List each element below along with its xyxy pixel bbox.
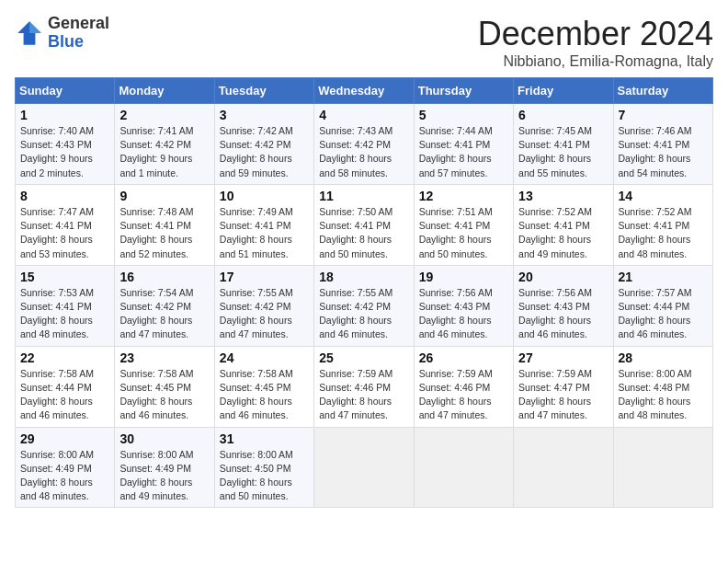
calendar-cell: 14Sunrise: 7:52 AM Sunset: 4:41 PM Dayli… <box>613 184 712 265</box>
calendar-cell: 9Sunrise: 7:48 AM Sunset: 4:41 PM Daylig… <box>115 184 214 265</box>
day-number: 29 <box>20 431 109 446</box>
calendar-cell: 10Sunrise: 7:49 AM Sunset: 4:41 PM Dayli… <box>214 184 313 265</box>
day-detail: Sunrise: 7:47 AM Sunset: 4:41 PM Dayligh… <box>20 205 109 261</box>
day-header-sunday: Sunday <box>16 78 115 104</box>
calendar-cell: 26Sunrise: 7:59 AM Sunset: 4:46 PM Dayli… <box>414 346 513 427</box>
calendar-cell: 19Sunrise: 7:56 AM Sunset: 4:43 PM Dayli… <box>414 265 513 346</box>
day-detail: Sunrise: 7:45 AM Sunset: 4:41 PM Dayligh… <box>518 124 608 180</box>
calendar-cell: 2Sunrise: 7:41 AM Sunset: 4:42 PM Daylig… <box>115 104 214 185</box>
calendar-header-row: SundayMondayTuesdayWednesdayThursdayFrid… <box>16 78 713 104</box>
title-block: December 2024 Nibbiano, Emilia-Romagna, … <box>478 15 713 70</box>
calendar-cell: 5Sunrise: 7:44 AM Sunset: 4:41 PM Daylig… <box>414 104 513 185</box>
calendar-week-row: 8Sunrise: 7:47 AM Sunset: 4:41 PM Daylig… <box>16 184 713 265</box>
svg-marker-1 <box>29 21 41 33</box>
calendar-cell: 20Sunrise: 7:56 AM Sunset: 4:43 PM Dayli… <box>514 265 613 346</box>
calendar-cell <box>314 427 414 508</box>
day-number: 24 <box>220 350 309 365</box>
day-number: 26 <box>419 350 508 365</box>
day-detail: Sunrise: 7:59 AM Sunset: 4:46 PM Dayligh… <box>419 367 508 423</box>
day-detail: Sunrise: 7:59 AM Sunset: 4:46 PM Dayligh… <box>319 367 408 423</box>
day-number: 27 <box>518 350 608 365</box>
day-detail: Sunrise: 7:41 AM Sunset: 4:42 PM Dayligh… <box>119 124 209 180</box>
day-detail: Sunrise: 8:00 AM Sunset: 4:50 PM Dayligh… <box>220 448 309 504</box>
day-detail: Sunrise: 7:58 AM Sunset: 4:45 PM Dayligh… <box>119 367 209 423</box>
day-detail: Sunrise: 7:53 AM Sunset: 4:41 PM Dayligh… <box>20 286 109 342</box>
day-number: 9 <box>119 189 209 203</box>
day-number: 4 <box>319 108 408 122</box>
page-header: General Blue December 2024 Nibbiano, Emi… <box>15 15 713 70</box>
day-detail: Sunrise: 7:52 AM Sunset: 4:41 PM Dayligh… <box>619 205 708 261</box>
day-detail: Sunrise: 7:51 AM Sunset: 4:41 PM Dayligh… <box>419 205 508 261</box>
day-detail: Sunrise: 7:50 AM Sunset: 4:41 PM Dayligh… <box>319 205 408 261</box>
day-detail: Sunrise: 7:55 AM Sunset: 4:42 PM Dayligh… <box>319 286 408 342</box>
day-number: 17 <box>220 270 309 284</box>
calendar-cell: 23Sunrise: 7:58 AM Sunset: 4:45 PM Dayli… <box>115 346 214 427</box>
day-number: 18 <box>319 270 408 284</box>
day-detail: Sunrise: 7:58 AM Sunset: 4:44 PM Dayligh… <box>20 367 109 423</box>
calendar-cell: 18Sunrise: 7:55 AM Sunset: 4:42 PM Dayli… <box>314 265 414 346</box>
day-number: 19 <box>419 270 508 284</box>
calendar-week-row: 15Sunrise: 7:53 AM Sunset: 4:41 PM Dayli… <box>16 265 713 346</box>
day-detail: Sunrise: 7:54 AM Sunset: 4:42 PM Dayligh… <box>119 286 209 342</box>
day-detail: Sunrise: 8:00 AM Sunset: 4:48 PM Dayligh… <box>619 367 708 423</box>
calendar-cell: 30Sunrise: 8:00 AM Sunset: 4:49 PM Dayli… <box>115 427 214 508</box>
calendar-cell: 24Sunrise: 7:58 AM Sunset: 4:45 PM Dayli… <box>214 346 313 427</box>
calendar-cell: 13Sunrise: 7:52 AM Sunset: 4:41 PM Dayli… <box>514 184 613 265</box>
logo-blue-text: Blue <box>48 32 84 51</box>
calendar-cell: 17Sunrise: 7:55 AM Sunset: 4:42 PM Dayli… <box>214 265 313 346</box>
day-number: 10 <box>220 189 309 203</box>
day-number: 1 <box>20 108 109 122</box>
day-header-wednesday: Wednesday <box>314 78 414 104</box>
day-detail: Sunrise: 7:42 AM Sunset: 4:42 PM Dayligh… <box>220 124 309 180</box>
day-number: 5 <box>419 108 508 122</box>
day-detail: Sunrise: 7:56 AM Sunset: 4:43 PM Dayligh… <box>518 286 608 342</box>
day-header-monday: Monday <box>115 78 214 104</box>
calendar-cell <box>514 427 613 508</box>
day-number: 22 <box>20 350 109 365</box>
day-detail: Sunrise: 7:57 AM Sunset: 4:44 PM Dayligh… <box>619 286 708 342</box>
calendar-cell <box>414 427 513 508</box>
calendar-cell: 27Sunrise: 7:59 AM Sunset: 4:47 PM Dayli… <box>514 346 613 427</box>
day-detail: Sunrise: 8:00 AM Sunset: 4:49 PM Dayligh… <box>20 448 109 504</box>
calendar-week-row: 22Sunrise: 7:58 AM Sunset: 4:44 PM Dayli… <box>16 346 713 427</box>
day-detail: Sunrise: 7:49 AM Sunset: 4:41 PM Dayligh… <box>220 205 309 261</box>
day-header-tuesday: Tuesday <box>214 78 313 104</box>
day-number: 21 <box>619 270 708 284</box>
day-number: 14 <box>619 189 708 203</box>
day-detail: Sunrise: 7:58 AM Sunset: 4:45 PM Dayligh… <box>220 367 309 423</box>
calendar-cell: 6Sunrise: 7:45 AM Sunset: 4:41 PM Daylig… <box>514 104 613 185</box>
calendar-cell: 8Sunrise: 7:47 AM Sunset: 4:41 PM Daylig… <box>16 184 115 265</box>
day-header-friday: Friday <box>514 78 613 104</box>
day-number: 31 <box>220 431 309 446</box>
day-number: 7 <box>619 108 708 122</box>
calendar-cell: 12Sunrise: 7:51 AM Sunset: 4:41 PM Dayli… <box>414 184 513 265</box>
calendar-cell: 22Sunrise: 7:58 AM Sunset: 4:44 PM Dayli… <box>16 346 115 427</box>
calendar-week-row: 1Sunrise: 7:40 AM Sunset: 4:43 PM Daylig… <box>16 104 713 185</box>
day-detail: Sunrise: 7:44 AM Sunset: 4:41 PM Dayligh… <box>419 124 508 180</box>
day-header-thursday: Thursday <box>414 78 513 104</box>
day-detail: Sunrise: 7:55 AM Sunset: 4:42 PM Dayligh… <box>220 286 309 342</box>
calendar-cell <box>613 427 712 508</box>
day-detail: Sunrise: 7:59 AM Sunset: 4:47 PM Dayligh… <box>518 367 608 423</box>
calendar-cell: 29Sunrise: 8:00 AM Sunset: 4:49 PM Dayli… <box>16 427 115 508</box>
day-number: 20 <box>518 270 608 284</box>
calendar-cell: 1Sunrise: 7:40 AM Sunset: 4:43 PM Daylig… <box>16 104 115 185</box>
day-detail: Sunrise: 7:48 AM Sunset: 4:41 PM Dayligh… <box>119 205 209 261</box>
day-number: 3 <box>220 108 309 122</box>
month-title: December 2024 <box>478 15 713 53</box>
location-title: Nibbiano, Emilia-Romagna, Italy <box>478 53 713 70</box>
day-number: 8 <box>20 189 109 203</box>
day-number: 28 <box>619 350 708 365</box>
calendar-cell: 28Sunrise: 8:00 AM Sunset: 4:48 PM Dayli… <box>613 346 712 427</box>
calendar-cell: 7Sunrise: 7:46 AM Sunset: 4:41 PM Daylig… <box>613 104 712 185</box>
calendar-body: 1Sunrise: 7:40 AM Sunset: 4:43 PM Daylig… <box>16 104 713 508</box>
calendar-cell: 16Sunrise: 7:54 AM Sunset: 4:42 PM Dayli… <box>115 265 214 346</box>
calendar-cell: 31Sunrise: 8:00 AM Sunset: 4:50 PM Dayli… <box>214 427 313 508</box>
calendar-cell: 21Sunrise: 7:57 AM Sunset: 4:44 PM Dayli… <box>613 265 712 346</box>
day-detail: Sunrise: 8:00 AM Sunset: 4:49 PM Dayligh… <box>119 448 209 504</box>
calendar-cell: 4Sunrise: 7:43 AM Sunset: 4:42 PM Daylig… <box>314 104 414 185</box>
day-detail: Sunrise: 7:56 AM Sunset: 4:43 PM Dayligh… <box>419 286 508 342</box>
calendar-cell: 3Sunrise: 7:42 AM Sunset: 4:42 PM Daylig… <box>214 104 313 185</box>
day-number: 11 <box>319 189 408 203</box>
day-number: 6 <box>518 108 608 122</box>
